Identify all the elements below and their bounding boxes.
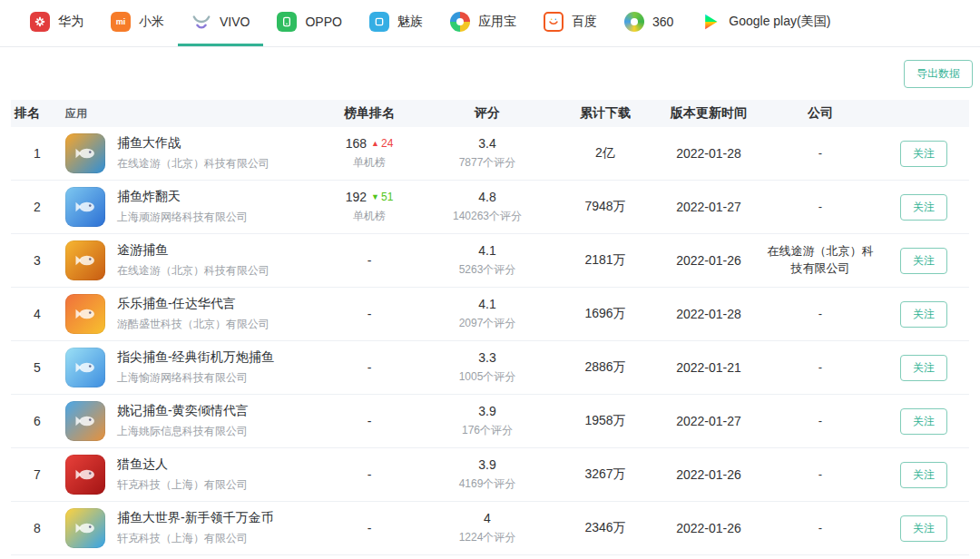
- rating-count: 1224个评分: [423, 530, 552, 545]
- updated-value: 2022-01-21: [655, 360, 762, 375]
- rating-count: 1005个评分: [423, 369, 552, 385]
- tab-yingyongbao[interactable]: 应用宝: [436, 0, 530, 46]
- downloads-value: 2181万: [555, 252, 655, 269]
- app-name[interactable]: 捕鱼大世界-新手领千万金币: [117, 510, 274, 526]
- list-rank-value: -: [319, 521, 419, 535]
- rating-value: 4.8: [423, 190, 552, 204]
- header-rank: 排名: [11, 105, 64, 122]
- tab-oppo-label: OPPO: [305, 15, 341, 29]
- app-name[interactable]: 姚记捕鱼-黄奕倾情代言: [117, 403, 249, 419]
- downloads-value: 1696万: [555, 306, 655, 322]
- app-icon: [65, 294, 105, 334]
- table-row: 3 途游捕鱼 在线途游（北京）科技有限公司 - 4.1 5263个评分 2181…: [11, 234, 969, 288]
- app-icon: [65, 240, 105, 280]
- follow-button[interactable]: 关注: [900, 301, 947, 328]
- updated-value: 2022-01-27: [655, 414, 762, 428]
- follow-button[interactable]: 关注: [900, 248, 947, 274]
- company-value: -: [762, 466, 878, 484]
- app-icon: [65, 348, 105, 387]
- tab-baidu-label: 百度: [572, 14, 597, 30]
- list-rank-value: 192: [346, 190, 367, 204]
- table-row: 6 姚记捕鱼-黄奕倾情代言 上海姚际信息科技有限公司 - 3.9 176个评分 …: [11, 395, 969, 448]
- tab-oppo[interactable]: OPPO: [263, 0, 355, 46]
- tab-vivo-label: VIVO: [220, 15, 250, 29]
- table-header-row: 排名 应用 榜单排名 评分 累计下载 版本更新时间 公司: [11, 100, 969, 127]
- list-rank-value: -: [319, 467, 419, 482]
- table-row: 7 猎鱼达人 轩克科技（上海）有限公司 - 3.9 4169个评分 3267万 …: [11, 448, 969, 502]
- rating-count: 7877个评分: [423, 155, 552, 171]
- table-row: 8 捕鱼大世界-新手领千万金币 轩克科技（上海）有限公司 - 4 1224个评分…: [11, 502, 969, 555]
- header-downloads: 累计下载: [555, 105, 655, 122]
- app-rank-table: 排名 应用 榜单排名 评分 累计下载 版本更新时间 公司 1 捕鱼大作战 在线途…: [11, 100, 969, 555]
- rank-value: 1: [11, 146, 64, 161]
- trend-change-value: 51: [381, 191, 393, 203]
- tab-360-label: 360: [652, 15, 673, 29]
- updated-value: 2022-01-28: [655, 146, 762, 161]
- list-type: 单机榜: [323, 209, 416, 224]
- app-name[interactable]: 指尖捕鱼-经典街机万炮捕鱼: [117, 349, 274, 366]
- app-icon: [65, 133, 105, 173]
- list-rank-value: -: [319, 307, 419, 321]
- follow-button[interactable]: 关注: [900, 355, 947, 381]
- follow-button[interactable]: 关注: [900, 515, 947, 542]
- app-developer: 在线途游（北京）科技有限公司: [117, 156, 270, 172]
- oppo-icon: [277, 12, 297, 32]
- tab-meizu-label: 魅族: [397, 14, 423, 30]
- app-developer: 上海顽游网络科技有限公司: [117, 210, 248, 225]
- header-company: 公司: [762, 105, 878, 122]
- tab-baidu[interactable]: 百度: [530, 0, 611, 46]
- app-icon: [65, 455, 105, 495]
- app-developer: 在线途游（北京）科技有限公司: [117, 263, 270, 279]
- follow-button[interactable]: 关注: [900, 408, 947, 435]
- xiaomi-icon: mi: [111, 12, 131, 32]
- table-row: 2 捕鱼炸翻天 上海顽游网络科技有限公司 192 ▼51 单机榜 4.8 140…: [11, 181, 969, 234]
- tab-xiaomi[interactable]: mi 小米: [97, 0, 178, 46]
- app-name[interactable]: 捕鱼大作战: [117, 135, 270, 152]
- tab-googleplay[interactable]: Google play(美国): [687, 0, 844, 46]
- rating-count: 5263个评分: [423, 262, 552, 278]
- list-rank-value: -: [319, 253, 419, 268]
- follow-button[interactable]: 关注: [900, 462, 947, 488]
- app-name[interactable]: 猎鱼达人: [117, 456, 248, 473]
- tab-huawei-label: 华为: [58, 14, 83, 30]
- list-rank-value: -: [319, 414, 419, 428]
- follow-button[interactable]: 关注: [900, 194, 947, 221]
- app-name[interactable]: 乐乐捕鱼-任达华代言: [117, 296, 270, 312]
- downloads-value: 2886万: [555, 359, 655, 376]
- trend-change-value: 24: [381, 137, 393, 150]
- rating-value: 3.9: [423, 457, 552, 472]
- company-value: -: [762, 199, 878, 216]
- rating-value: 3.3: [423, 350, 552, 365]
- follow-button[interactable]: 关注: [900, 141, 947, 167]
- updated-value: 2022-01-26: [655, 253, 762, 268]
- tab-xiaomi-label: 小米: [139, 14, 164, 30]
- downloads-value: 2346万: [555, 520, 655, 536]
- company-value: 在线途游（北京）科技有限公司: [762, 243, 878, 278]
- header-list-rank: 榜单排名: [319, 105, 419, 122]
- company-value: -: [762, 306, 878, 323]
- tab-vivo[interactable]: VIVO: [178, 0, 263, 46]
- tab-meizu[interactable]: 魅族: [356, 0, 436, 46]
- google-play-icon: [701, 12, 720, 32]
- rating-count: 4169个评分: [423, 476, 552, 492]
- tab-360[interactable]: 360: [611, 0, 687, 46]
- trend-up-icon: ▲: [371, 140, 379, 148]
- tab-huawei[interactable]: 华为: [16, 0, 97, 46]
- app-developer: 轩克科技（上海）有限公司: [117, 477, 248, 493]
- 360-icon: [624, 12, 644, 32]
- table-row: 1 捕鱼大作战 在线途游（北京）科技有限公司 168 ▲24 单机榜 3.4 7…: [11, 127, 969, 181]
- app-name[interactable]: 途游捕鱼: [117, 242, 270, 259]
- app-icon: [65, 401, 105, 441]
- updated-value: 2022-01-26: [655, 467, 762, 482]
- list-type: 单机榜: [323, 155, 416, 171]
- rank-value: 6: [11, 414, 64, 428]
- downloads-value: 1958万: [555, 413, 655, 429]
- app-name[interactable]: 捕鱼炸翻天: [117, 189, 248, 205]
- app-icon: [65, 187, 105, 227]
- export-data-button[interactable]: 导出数据: [904, 60, 973, 88]
- trend-badge: ▲24: [371, 137, 393, 150]
- app-developer: 游酷盛世科技（北京）有限公司: [117, 317, 270, 332]
- app-developer: 上海愉游网络科技有限公司: [117, 370, 274, 386]
- huawei-icon: [30, 12, 50, 32]
- rank-value: 3: [11, 253, 64, 268]
